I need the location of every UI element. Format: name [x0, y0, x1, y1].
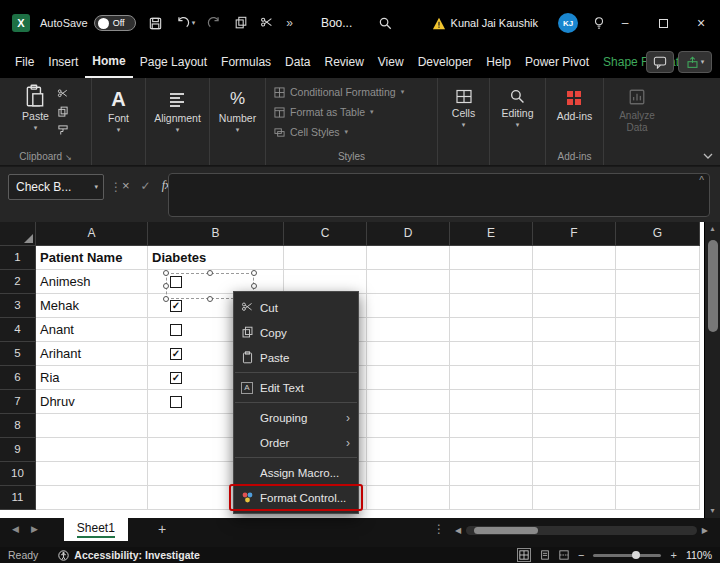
close-button[interactable]: × [682, 0, 720, 46]
next-sheet-button[interactable]: ▶ [31, 518, 38, 541]
checkbox-b6[interactable]: ✓ [170, 372, 182, 384]
minimize-button[interactable]: – [606, 0, 644, 46]
zoom-in-button[interactable]: + [670, 549, 676, 561]
cells-menu-button[interactable]: Cells ▾ [452, 88, 475, 129]
analyze-data-button[interactable]: Analyze Data [613, 88, 661, 133]
horizontal-scrollbar[interactable]: ◀ ▶ [455, 524, 708, 536]
menu-item-grouping[interactable]: Grouping › [234, 405, 358, 430]
vertical-scrollbar[interactable]: ▴ ▾ [704, 222, 720, 518]
tab-insert[interactable]: Insert [41, 46, 85, 78]
row-header[interactable]: 9 [0, 438, 36, 462]
cell-a4[interactable]: Anant [40, 318, 74, 342]
zoom-out-button[interactable]: − [578, 549, 584, 561]
save-button[interactable] [148, 16, 163, 31]
row-header[interactable]: 11 [0, 486, 36, 510]
row-header[interactable]: 3 [0, 294, 36, 318]
tab-review[interactable]: Review [317, 46, 370, 78]
tab-view[interactable]: View [371, 46, 411, 78]
cell-a3[interactable]: Mehak [40, 294, 79, 318]
addins-button[interactable]: Add-ins [557, 88, 593, 122]
checkbox-b4[interactable] [170, 324, 182, 336]
selection-handle[interactable] [251, 283, 257, 289]
zoom-level[interactable]: 110% [686, 549, 712, 561]
name-box[interactable]: Check B... ▾ [8, 174, 104, 200]
scroll-right-arrow[interactable]: ▶ [702, 526, 708, 535]
row-header[interactable]: 10 [0, 462, 36, 486]
paste-button[interactable]: Paste ▾ [22, 84, 49, 132]
dialog-launcher-icon[interactable]: ↘ [65, 153, 72, 162]
tab-data[interactable]: Data [278, 46, 317, 78]
cell-a5[interactable]: Arihant [40, 342, 81, 366]
copy-icon[interactable] [57, 106, 69, 118]
horizontal-scrollbar-track[interactable] [466, 526, 697, 535]
search-button[interactable] [378, 16, 393, 31]
tab-help[interactable]: Help [479, 46, 518, 78]
autosave-toggle[interactable]: Off [94, 15, 136, 31]
column-header-g[interactable]: G [616, 222, 700, 246]
scroll-down-arrow[interactable]: ▾ [705, 504, 720, 518]
undo-button[interactable]: ▾ [175, 16, 196, 31]
menu-item-cut[interactable]: Cut [234, 295, 358, 320]
previous-sheet-button[interactable]: ◀ [12, 518, 19, 541]
row-header[interactable]: 2 [0, 270, 36, 294]
format-as-table-button[interactable]: Format as Table ▾ [274, 104, 374, 120]
checkbox-b3[interactable]: ✓ [170, 300, 182, 312]
maximize-button[interactable] [644, 0, 682, 46]
scroll-up-arrow[interactable]: ▴ [705, 222, 720, 236]
cell-a7[interactable]: Dhruv [40, 390, 75, 414]
selection-handle[interactable] [207, 296, 213, 302]
column-header-a[interactable]: A [36, 222, 148, 246]
checkbox-b5[interactable]: ✓ [170, 348, 182, 360]
redo-button[interactable] [207, 16, 222, 31]
column-header-e[interactable]: E [450, 222, 533, 246]
share-button[interactable]: ▾ [678, 51, 712, 73]
avatar[interactable]: KJ [558, 13, 578, 33]
selection-handle[interactable] [163, 296, 169, 302]
tab-home[interactable]: Home [85, 46, 132, 78]
font-menu-button[interactable]: A Font ▾ [108, 88, 129, 134]
column-header-b[interactable]: B [148, 222, 284, 246]
selection-handle[interactable] [163, 283, 169, 289]
tab-file[interactable]: File [8, 46, 41, 78]
menu-item-paste[interactable]: Paste [234, 345, 358, 370]
cell-b1[interactable]: Diabetes [152, 246, 206, 270]
cell-a2[interactable]: Animesh [40, 270, 91, 294]
formula-input[interactable] [168, 173, 710, 217]
number-menu-button[interactable]: % Number ▾ [219, 88, 256, 134]
selection-handle[interactable] [163, 270, 169, 276]
accessibility-status[interactable]: Accessibility: Investigate [58, 549, 199, 561]
row-header[interactable]: 5 [0, 342, 36, 366]
add-sheet-button[interactable]: + [158, 518, 166, 541]
confirm-entry-button[interactable]: ✓ [141, 179, 151, 193]
cancel-entry-button[interactable]: × [122, 178, 130, 193]
editing-menu-button[interactable]: Editing ▾ [501, 88, 533, 129]
cut-icon[interactable] [57, 88, 69, 100]
row-header[interactable]: 1 [0, 246, 36, 270]
account-button[interactable]: Kunal Jai Kaushik [432, 17, 538, 30]
tab-power-pivot[interactable]: Power Pivot [518, 46, 596, 78]
alignment-menu-button[interactable]: Alignment ▾ [154, 88, 201, 134]
column-header-d[interactable]: D [367, 222, 450, 246]
menu-item-edit-text[interactable]: A Edit Text [234, 375, 358, 400]
format-painter-icon[interactable] [57, 124, 69, 136]
comments-button[interactable] [646, 51, 674, 73]
cell-styles-button[interactable]: Cell Styles ▾ [274, 124, 348, 140]
column-header-c[interactable]: C [284, 222, 367, 246]
row-header[interactable]: 7 [0, 390, 36, 414]
cell-grid[interactable]: Patient Name Diabetes Animesh Mehak Anan… [36, 246, 700, 510]
conditional-formatting-button[interactable]: Conditional Formatting ▾ [274, 84, 404, 100]
menu-item-copy[interactable]: Copy [234, 320, 358, 345]
horizontal-scrollbar-thumb[interactable] [474, 527, 538, 534]
zoom-slider[interactable] [593, 554, 661, 557]
collapse-ribbon-button[interactable] [703, 153, 713, 159]
row-header[interactable]: 6 [0, 366, 36, 390]
row-header[interactable]: 4 [0, 318, 36, 342]
tab-page-layout[interactable]: Page Layout [133, 46, 214, 78]
excel-app-icon[interactable]: X [12, 14, 30, 32]
menu-item-assign-macro[interactable]: Assign Macro... [234, 460, 358, 485]
vertical-scrollbar-thumb[interactable] [708, 240, 718, 332]
column-header-f[interactable]: F [533, 222, 616, 246]
whats-new-button[interactable] [592, 16, 606, 31]
menu-item-format-control[interactable]: Format Control... [234, 485, 358, 510]
cell-a6[interactable]: Ria [40, 366, 60, 390]
